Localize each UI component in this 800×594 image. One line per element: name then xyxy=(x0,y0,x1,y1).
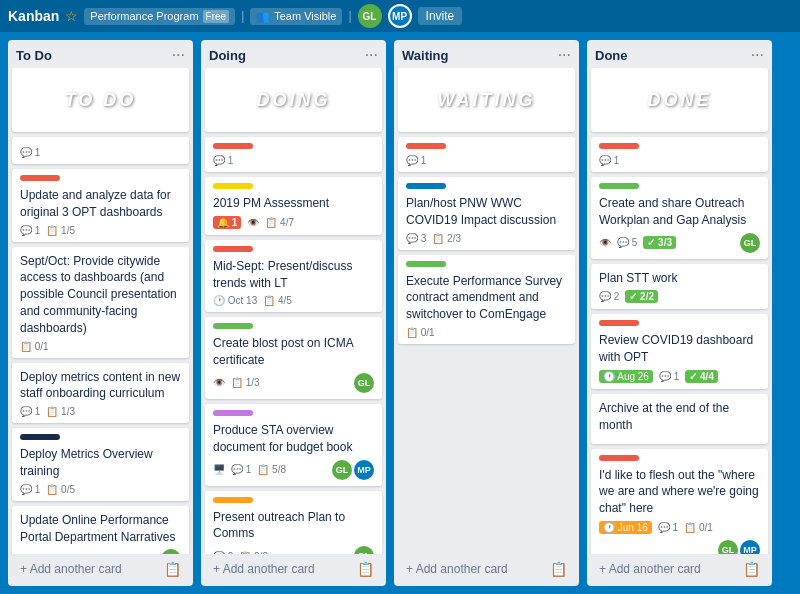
card-label xyxy=(213,323,253,329)
column-todo-header: To Do ··· xyxy=(8,40,193,68)
card[interactable]: Deploy Metrics Overview training 💬 1 📋 0… xyxy=(12,428,189,501)
card-avatar-gl: GL xyxy=(354,546,374,554)
meta-checklist: 📋 4/7 xyxy=(265,217,294,228)
meta-checklist: 📋 0/1 xyxy=(20,341,49,352)
card-title: Create and share Outreach Workplan and G… xyxy=(599,195,760,229)
meta-comment: 💬 1 xyxy=(20,147,40,158)
column-todo-menu-icon[interactable]: ··· xyxy=(172,46,185,64)
meta-checklist: 📋 0/1 xyxy=(684,522,713,533)
column-todo-title: To Do xyxy=(16,48,52,63)
done-banner[interactable]: ★ DONE xyxy=(591,68,768,132)
card[interactable]: Archive at the end of the month xyxy=(591,394,768,444)
checklist-complete-badge: ✓ 4/4 xyxy=(685,370,718,383)
card[interactable]: 💬 1 xyxy=(591,137,768,172)
card[interactable]: Mid-Sept: Present/discuss trends with LT… xyxy=(205,240,382,313)
mp-avatar: MP xyxy=(388,4,412,28)
card-date: 🕐 Oct 13 xyxy=(213,295,257,306)
kanban-board: To Do ··· ★ TO DO 💬 1 Update and analyze… xyxy=(0,32,800,594)
meta-comment: 💬 3 xyxy=(406,233,426,244)
meta-checklist: 📋 0/5 xyxy=(46,484,75,495)
column-done-cards: ★ DONE 💬 1 Create and share Outreach Wor… xyxy=(587,68,772,554)
todo-banner[interactable]: ★ TO DO xyxy=(12,68,189,132)
card[interactable]: Plan STT work 💬 2 ✓ 2/2 xyxy=(591,264,768,310)
card-label xyxy=(599,183,639,189)
card-title: Plan STT work xyxy=(599,270,760,287)
doing-banner[interactable]: ★ DOING xyxy=(205,68,382,132)
card-title: Present outreach Plan to Comms xyxy=(213,509,374,543)
card-label xyxy=(599,320,639,326)
card[interactable]: I'd like to flesh out the "where we are … xyxy=(591,449,768,554)
invite-button[interactable]: Invite xyxy=(418,7,463,25)
add-template-button[interactable]: 📋 xyxy=(739,559,764,579)
card-title: Update and analyze data for original 3 O… xyxy=(20,187,181,221)
add-card-button[interactable]: + Add another card xyxy=(16,558,156,580)
add-card-button[interactable]: + Add another card xyxy=(209,558,349,580)
meta-comment: 💬 5 xyxy=(617,237,637,248)
card-title: Review COVID19 dashboard with OPT xyxy=(599,332,760,366)
meta-icon: 🖥️ xyxy=(213,464,225,475)
card[interactable]: 💬 1 xyxy=(398,137,575,172)
separator2: | xyxy=(348,9,351,23)
card[interactable]: Produce STA overview document for budget… xyxy=(205,404,382,486)
meta-checklist: 📋 5/8 xyxy=(257,464,286,475)
meta-checklist: 📋 0/1 xyxy=(406,327,435,338)
card[interactable]: 💬 1 xyxy=(12,137,189,164)
column-doing-cards: ★ DOING 💬 1 2019 PM Assessment 🔔 1 👁️ 📋 … xyxy=(201,68,386,554)
checklist-complete-badge: ✓ 3/3 xyxy=(643,236,676,249)
add-template-button[interactable]: 📋 xyxy=(353,559,378,579)
free-tag: Free xyxy=(203,10,230,23)
add-card-button[interactable]: + Add another card xyxy=(402,558,542,580)
meta-comment: 💬 1 xyxy=(231,464,251,475)
performance-label: Performance Program xyxy=(90,10,198,22)
card-label xyxy=(599,455,639,461)
date-badge: 🕐 Aug 26 xyxy=(599,370,653,383)
add-card-footer: + Add another card 📋 xyxy=(394,554,579,586)
add-template-button[interactable]: 📋 xyxy=(546,559,571,579)
card[interactable]: Update Online Performance Portal Departm… xyxy=(12,506,189,554)
column-done-title: Done xyxy=(595,48,628,63)
meta-checklist: 📋 2/3 xyxy=(432,233,461,244)
card-title: Execute Performance Survey contract amen… xyxy=(406,273,567,323)
card-avatar-mp: MP xyxy=(740,540,760,554)
card-label xyxy=(599,143,639,149)
card[interactable]: Update and analyze data for original 3 O… xyxy=(12,169,189,242)
meta-comment: 💬 1 xyxy=(406,155,426,166)
card[interactable]: Execute Performance Survey contract amen… xyxy=(398,255,575,344)
card[interactable]: Plan/host PNW WWC COVID19 Impact discuss… xyxy=(398,177,575,250)
card-title: Archive at the end of the month xyxy=(599,400,760,434)
card-title: Deploy metrics content in new staff onbo… xyxy=(20,369,181,403)
date-badge: 🕐 Jun 16 xyxy=(599,521,652,534)
meta-view: 👁️ xyxy=(247,217,259,228)
card[interactable]: 2019 PM Assessment 🔔 1 👁️ 📋 4/7 xyxy=(205,177,382,235)
meta-comment: 💬 1 xyxy=(659,371,679,382)
card-title: Update Online Performance Portal Departm… xyxy=(20,512,181,546)
column-doing-menu-icon[interactable]: ··· xyxy=(365,46,378,64)
star-icon[interactable]: ☆ xyxy=(65,8,78,24)
card[interactable]: Sept/Oct: Provide citywide access to das… xyxy=(12,247,189,358)
card[interactable]: 💬 1 xyxy=(205,137,382,172)
card-title: 2019 PM Assessment xyxy=(213,195,374,212)
card-label xyxy=(406,261,446,267)
card-avatar-gl: GL xyxy=(354,373,374,393)
meta-comment: 💬 1 xyxy=(20,406,40,417)
visibility-label: Team Visible xyxy=(274,10,336,22)
card[interactable]: Review COVID19 dashboard with OPT 🕐 Aug … xyxy=(591,314,768,389)
waiting-banner-text: WAITING xyxy=(438,90,536,111)
card[interactable]: Present outreach Plan to Comms 💬 2 📋 0/3… xyxy=(205,491,382,554)
card[interactable]: Create and share Outreach Workplan and G… xyxy=(591,177,768,259)
column-todo: To Do ··· ★ TO DO 💬 1 Update and analyze… xyxy=(8,40,193,586)
app-header: Kanban ☆ Performance Program Free | 👥 Te… xyxy=(0,0,800,32)
visibility-badge: 👥 Team Visible xyxy=(250,8,342,25)
card-title: Mid-Sept: Present/discuss trends with LT xyxy=(213,258,374,292)
meta-view: 👁️ xyxy=(213,377,225,388)
add-card-button[interactable]: + Add another card xyxy=(595,558,735,580)
column-done-menu-icon[interactable]: ··· xyxy=(751,46,764,64)
meta-comment: 💬 1 xyxy=(213,155,233,166)
doing-banner-text: DOING xyxy=(256,90,330,111)
column-waiting-menu-icon[interactable]: ··· xyxy=(558,46,571,64)
card-title: I'd like to flesh out the "where we are … xyxy=(599,467,760,517)
card[interactable]: Create blost post on ICMA certificate 👁️… xyxy=(205,317,382,399)
card[interactable]: Deploy metrics content in new staff onbo… xyxy=(12,363,189,424)
add-template-button[interactable]: 📋 xyxy=(160,559,185,579)
waiting-banner[interactable]: ★ WAITING xyxy=(398,68,575,132)
